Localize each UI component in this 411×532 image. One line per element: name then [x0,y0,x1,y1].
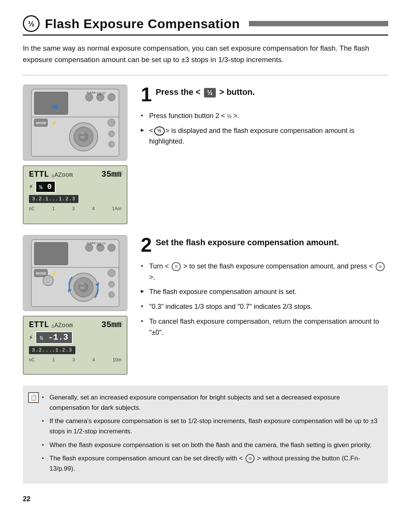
step-1-bullet-2: <½> is displayed and the flash exposure … [141,125,388,147]
step-1-header: 1 Press the < ½ > button. [141,85,388,104]
step-1-instruction: 1 Press the < ½ > button. Press function… [141,85,388,151]
svg-point-43 [108,269,115,277]
svg-point-21 [108,141,115,147]
step-2-bullet-2: The flash exposure compensation amount i… [141,286,388,297]
step-2-instruction: 2 Set the flash exposure compensation am… [141,235,388,342]
dial-icon-2: ⊙ [376,262,385,271]
note-list: Generally, set an increased exposure com… [42,392,381,474]
steps-container: CLEAR LOCK ON OFF MODE ⚡ SEL SET [23,85,388,375]
step-2-bullet-3: "0.3" indicates 1/3 stops and "0.7" indi… [141,301,388,312]
svg-rect-25 [34,242,68,265]
dial-icon-1: ⊙ [172,262,181,271]
flash-btn-ref: ½ [227,113,232,119]
step-2-number: 2 [141,235,152,255]
dial-icon-note: ⊙ [245,454,255,463]
note-item-4: The flash exposure compensation amount c… [42,453,381,474]
svg-point-4 [85,93,93,101]
svg-point-28 [108,244,115,251]
svg-text:OFF: OFF [97,244,102,246]
svg-point-20 [108,131,115,137]
camera-diagram-2: CLEAR LOCK ON OFF MODE ⚡ SEL SET [23,235,127,311]
lcd-bottom-1: nC1341Am [29,206,121,211]
svg-point-19 [108,119,115,126]
svg-text:⚡: ⚡ [51,120,57,126]
step-1-images: CLEAR LOCK ON OFF MODE ⚡ SEL SET [23,85,129,224]
step-2-bullet-1: Turn < ⊙ > to set the flash exposure com… [141,261,388,283]
lcd-azoom-2: △AZoom [51,322,73,329]
flash-ec-icon: ½ [23,15,40,32]
lcd-scale-2: 3.2....1.2.3 [29,346,75,354]
svg-point-6 [108,93,115,101]
step-2-images: CLEAR LOCK ON OFF MODE ⚡ SEL SET [23,235,129,375]
step-2-row: CLEAR LOCK ON OFF MODE ⚡ SEL SET [23,235,388,375]
svg-text:OFF: OFF [97,94,102,96]
svg-text:SET: SET [80,286,86,289]
page-title-text: Flash Exposure Compensation [45,16,240,31]
svg-text:⚡: ⚡ [51,270,57,277]
flash-btn-icon-1: ½ [204,88,216,97]
title-bar [249,21,388,26]
step-2-bullets: Turn < ⊙ > to set the flash exposure com… [141,261,388,338]
svg-text:SEL: SEL [80,282,85,285]
camera-diagram-1: CLEAR LOCK ON OFF MODE ⚡ SEL SET [23,85,127,161]
svg-point-44 [108,281,115,287]
lcd-ettl-1: ETTL [29,170,49,179]
lcd-display-1: □ ETTL △AZoom 35mm ⚡ ½ 0 3.2.1...1 [23,165,127,224]
page-number: 22 [23,495,388,503]
note-icon: 📋 [28,392,39,403]
note-item-3: When the flash exposure compensation is … [42,440,381,450]
svg-point-42 [43,275,53,286]
step-2-title: Set the flash exposure compensation amou… [156,235,339,248]
step-1-bullets: Press function button 2 < ½ >. <½> is di… [141,110,388,147]
intro-paragraph: In the same way as normal exposure compe… [23,43,388,66]
step-1-bullet-1: Press function button 2 < ½ >. [141,110,388,121]
step-1-number: 1 [141,85,152,104]
svg-text:MODE: MODE [36,121,46,125]
lcd-scale-1: 3.2.1...1.2.3 [29,195,78,203]
step-1-row: CLEAR LOCK ON OFF MODE ⚡ SEL SET [23,85,388,224]
note-box: 📋 Generally, set an increased exposure c… [23,385,388,484]
svg-text:SET: SET [80,136,86,139]
step-2-header: 2 Set the flash exposure compensation am… [141,235,388,255]
page-title-section: ½ Flash Exposure Compensation [23,15,388,36]
svg-text:SEL: SEL [80,132,85,134]
flash-icon-lcd-1: ⚡ [29,182,33,191]
step-1-title: Press the < ½ > button. [156,85,255,98]
lcd-value-box-1: ½ 0 [35,181,56,193]
lcd-corner-icon-1: □ [118,170,122,177]
lcd-display-2: □ ETTL △AZoom 35mm ⚡ ½ -1.3 3.2... [23,316,127,375]
note-item-1: Generally, set an increased exposure com… [42,392,381,413]
lcd-value-box-2: ½ -1.3 [35,331,73,344]
flash-ec-ref-1: ½ [154,126,165,136]
svg-text:MODE: MODE [36,272,46,275]
lcd-bottom-2: nC13410m [29,357,121,363]
note-item-2: If the camera's exposure compensation is… [42,416,381,436]
section-divider [23,75,388,75]
lcd-ettl-2: ETTL [29,320,49,330]
svg-point-45 [108,292,115,298]
lcd-azoom-1: △AZoom [51,172,73,179]
step-2-bullet-4: To cancel flash exposure compensation, r… [141,316,388,338]
svg-point-26 [85,244,93,251]
svg-rect-3 [34,92,68,114]
svg-text:CLEAR: CLEAR [86,91,95,94]
lcd-corner-icon-2: □ [118,320,122,327]
svg-text:CLEAR: CLEAR [86,241,95,244]
flash-icon-lcd-2: ⚡ [29,333,33,342]
